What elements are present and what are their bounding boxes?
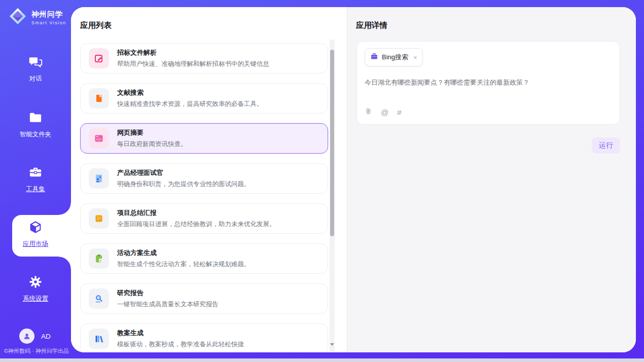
scroll-up-icon[interactable] — [330, 42, 334, 46]
app-card-title: 产品经理面试官 — [117, 168, 251, 177]
app-card-bid-parsing[interactable]: 招标文件解析 帮助用户快速、准确地理解和解析招标书中的关键信息 — [80, 43, 328, 74]
book-icon — [89, 88, 109, 108]
app-title: 神州问学 — [31, 10, 66, 19]
sidebar: 神州问学 Smart Vision 对话 智能文件夹 — [0, 0, 71, 358]
briefcase-icon — [370, 52, 378, 62]
tool-chip-label: Bing搜索 — [382, 53, 408, 62]
hash-icon[interactable]: # — [397, 108, 401, 116]
logo-text: 神州问学 Smart Vision — [31, 10, 66, 25]
app-card-web-summary[interactable]: </> 网页摘要 每日政府新闻资讯快查。 — [80, 123, 328, 154]
app-card-description: 明确身份和职责，为您提供专业性的面试问题。 — [117, 180, 251, 189]
desktop-edge-strip — [0, 358, 644, 362]
app-card-description: 快速精准查找学术资源，提高研究效率的必备工具。 — [117, 100, 263, 108]
avatar — [19, 329, 34, 344]
app-card-description: 一键智能生成高质量长文本研究报告 — [117, 300, 219, 309]
scroll-down-icon[interactable] — [330, 346, 334, 350]
app-card-project-summary[interactable]: 项目总结汇报 全面回顾项目进展，总结经验教训，助力未来优化发展。 — [80, 203, 328, 234]
run-button[interactable]: 运行 — [592, 137, 620, 154]
app-card-pm-interviewer[interactable]: 产品经理面试官 明确身份和职责，为您提供专业性的面试问题。 — [80, 163, 328, 194]
edit-document-icon — [89, 48, 109, 68]
account-name: AD — [41, 333, 51, 340]
prompt-input-card[interactable]: Bing搜索 × 今日湖北有哪些新闻要点？有哪些需要关注的最新政策？ @ # — [356, 41, 620, 125]
app-card-title: 研究报告 — [117, 288, 219, 298]
app-detail-panel: 应用详情 Bing搜索 × 今日湖北有哪些新闻要点？有哪些需要关注的最新政策？ — [347, 7, 636, 352]
sidebar-item-settings[interactable]: 系统设置 — [0, 275, 71, 303]
input-toolbar: @ # — [365, 107, 612, 117]
app-card-description: 每日政府新闻资讯快查。 — [117, 140, 187, 149]
app-card-title: 项目总结汇报 — [117, 208, 276, 218]
app-card-description: 模板驱动，教案秒成，教学准备从此轻松快捷 — [117, 340, 244, 349]
app-card-event-plan[interactable]: 活动方案生成 智能生成个性化活动方案，轻松解决规划难题。 — [80, 243, 328, 274]
folder-icon — [28, 111, 43, 127]
cube-icon — [28, 220, 43, 236]
user-avatar-icon — [22, 332, 31, 341]
app-card-title: 活动方案生成 — [117, 248, 251, 258]
sidebar-item-app-market[interactable]: 应用市场 — [0, 220, 71, 248]
chat-icon — [28, 55, 43, 71]
sidebar-item-label: 对话 — [29, 75, 42, 83]
app-card-description: 帮助用户快速、准确地理解和解析招标书中的关键信息 — [117, 60, 269, 68]
app-card-lesson-plan[interactable]: 教案生成 模板驱动，教案秒成，教学准备从此轻松快捷 — [80, 323, 328, 352]
app-card-list: 招标文件解析 帮助用户快速、准确地理解和解析招标书中的关键信息 文献搜索 快速精… — [80, 43, 328, 352]
app-list-scrollbar[interactable] — [330, 40, 335, 352]
app-card-literature-search[interactable]: 文献搜索 快速精准查找学术资源，提高研究效率的必备工具。 — [80, 83, 328, 114]
note-icon — [89, 208, 109, 229]
copyright-footer: ©神州数码 · 神州问学出品 — [4, 347, 69, 355]
toolbox-icon — [28, 165, 43, 182]
scrollbar-thumb[interactable] — [330, 50, 334, 236]
sidebar-item-chat[interactable]: 对话 — [0, 55, 71, 83]
app-card-research-report[interactable]: 研究报告 一键智能生成高质量长文本研究报告 — [80, 283, 328, 314]
sidebar-item-toolset[interactable]: 工具集 — [0, 165, 71, 194]
app-detail-title: 应用详情 — [356, 20, 387, 31]
sidebar-item-label: 工具集 — [26, 185, 45, 194]
gear-icon — [28, 275, 43, 291]
paperclip-icon[interactable] — [365, 107, 372, 117]
app-list-title: 应用列表 — [80, 20, 112, 31]
bump-corner-top — [59, 203, 71, 215]
close-icon[interactable]: × — [413, 54, 417, 61]
tool-chip-bing-search[interactable]: Bing搜索 × — [365, 48, 423, 66]
research-magnifier-icon — [89, 288, 109, 309]
app-subtitle: Smart Vision — [31, 20, 66, 25]
app-card-title: 招标文件解析 — [117, 48, 269, 57]
app-card-title: 教案生成 — [117, 329, 244, 338]
sidebar-item-label: 系统设置 — [23, 295, 48, 303]
app-card-description: 智能生成个性化活动方案，轻松解决规划难题。 — [117, 260, 251, 269]
logo-diamond-icon — [8, 7, 27, 28]
books-icon — [89, 329, 109, 349]
svg-text:</>: </> — [96, 137, 101, 141]
sidebar-item-label: 智能文件夹 — [20, 130, 52, 139]
main-content: 应用列表 招标文件解析 帮助用户快速、准确地理解和解析招标书中的关键信息 — [71, 7, 636, 352]
app-logo: 神州问学 Smart Vision — [8, 7, 66, 28]
browser-code-icon: </> — [89, 128, 109, 149]
prompt-text[interactable]: 今日湖北有哪些新闻要点？有哪些需要关注的最新政策？ — [365, 78, 612, 87]
app-list-panel: 应用列表 招标文件解析 帮助用户快速、准确地理解和解析招标书中的关键信息 — [71, 7, 347, 352]
app-card-title: 文献搜索 — [117, 88, 263, 97]
at-icon[interactable]: @ — [381, 108, 388, 116]
clipboard-check-icon — [89, 248, 109, 269]
app-card-title: 网页摘要 — [117, 128, 187, 137]
bump-corner-bottom — [59, 257, 71, 269]
sidebar-item-smart-folder[interactable]: 智能文件夹 — [0, 111, 71, 139]
sidebar-item-label: 应用市场 — [23, 240, 48, 248]
account-button[interactable]: AD — [19, 329, 51, 344]
app-card-description: 全面回顾项目进展，总结经验教训，助力未来优化发展。 — [117, 220, 276, 229]
interview-document-icon — [89, 168, 109, 189]
